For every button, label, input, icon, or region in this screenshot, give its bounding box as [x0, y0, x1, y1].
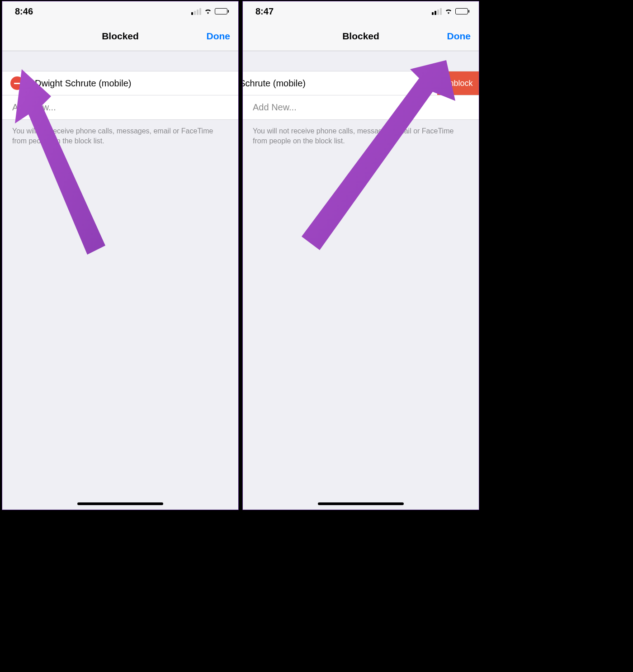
status-bar: 8:46 — [2, 1, 238, 21]
footer-note: You will not receive phone calls, messag… — [2, 120, 238, 152]
status-time: 8:47 — [255, 6, 274, 17]
add-new-row[interactable]: Add New... — [2, 95, 238, 120]
done-button[interactable]: Done — [207, 31, 231, 42]
add-new-label: Add New... — [253, 102, 297, 113]
blocked-contact-row[interactable]: Dwight Schrute (mobile) — [2, 71, 238, 95]
battery-icon — [455, 8, 468, 14]
delete-minus-icon[interactable] — [10, 76, 24, 90]
phone-left: 8:46 Blocked Done Dwight Schrute (mobile… — [2, 1, 239, 510]
status-time: 8:46 — [15, 6, 33, 17]
status-right — [432, 7, 468, 15]
status-right — [191, 7, 227, 15]
battery-icon — [215, 8, 227, 14]
phone-right: 8:47 Blocked Done wight Schrute (mobile)… — [242, 1, 479, 510]
cellular-signal-icon — [432, 8, 442, 15]
unblock-button[interactable]: Unblock — [437, 71, 479, 95]
contact-name: Dwight Schrute (mobile) — [35, 78, 131, 89]
spacer — [243, 51, 479, 71]
nav-bar: Blocked Done — [2, 21, 238, 51]
contact-name: wight Schrute (mobile) — [242, 78, 306, 89]
page-title: Blocked — [342, 31, 379, 42]
nav-bar: Blocked Done — [243, 21, 479, 51]
cellular-signal-icon — [191, 8, 201, 15]
done-button[interactable]: Done — [447, 31, 471, 42]
add-new-label: Add New... — [12, 102, 56, 113]
status-bar: 8:47 — [243, 1, 479, 21]
add-new-row[interactable]: Add New... — [243, 95, 479, 120]
home-indicator — [318, 502, 404, 505]
blocked-contact-row[interactable]: wight Schrute (mobile) Unblock — [243, 71, 479, 95]
wifi-icon — [444, 7, 453, 15]
footer-note: You will not receive phone calls, messag… — [243, 120, 479, 152]
page-title: Blocked — [102, 31, 139, 42]
home-indicator — [77, 502, 163, 505]
wifi-icon — [204, 7, 212, 15]
spacer — [2, 51, 238, 71]
